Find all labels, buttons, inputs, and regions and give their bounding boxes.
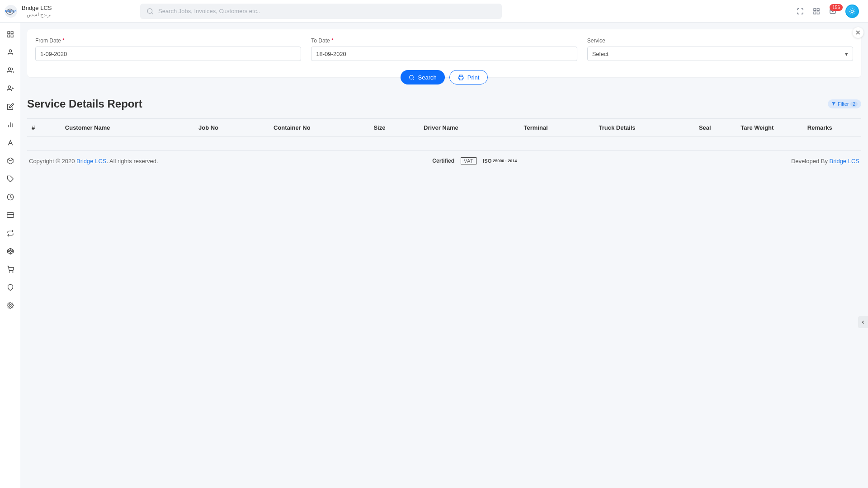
users-icon[interactable] xyxy=(7,67,14,74)
report-table: #Customer NameJob NoContainer NoSizeDriv… xyxy=(27,118,861,137)
main-content: ✕ From Date * To Date * Service Select ▾ xyxy=(20,23,868,178)
print-button[interactable]: Print xyxy=(449,70,488,84)
filter-pill[interactable]: Filter 2 xyxy=(828,99,861,108)
service-select[interactable]: Select ▾ xyxy=(587,47,853,61)
to-date-input[interactable] xyxy=(311,47,577,61)
svg-point-14 xyxy=(8,68,10,70)
svg-point-31 xyxy=(409,75,413,79)
table-header: Driver Name xyxy=(419,119,519,137)
from-date-field: From Date * xyxy=(35,38,301,61)
svg-rect-6 xyxy=(814,12,816,14)
search-input[interactable] xyxy=(158,8,495,14)
font-icon[interactable] xyxy=(7,139,14,146)
svg-rect-10 xyxy=(11,32,13,34)
svg-rect-33 xyxy=(459,78,462,80)
chevron-down-icon: ▾ xyxy=(845,51,848,57)
svg-marker-34 xyxy=(832,102,835,106)
table-header: Truck Details xyxy=(594,119,694,137)
close-icon[interactable]: ✕ xyxy=(853,27,863,38)
global-search[interactable] xyxy=(140,4,502,19)
footer-link[interactable]: Bridge LCS xyxy=(76,158,106,164)
table-header: Remarks xyxy=(803,119,861,137)
visibility-icon[interactable] xyxy=(6,8,14,16)
svg-rect-3 xyxy=(814,9,816,11)
notifications-icon[interactable]: 156 xyxy=(829,8,836,15)
notification-badge: 156 xyxy=(830,4,843,11)
svg-line-32 xyxy=(413,79,414,80)
certified-badge: Certified xyxy=(432,158,454,164)
top-header: Bridge Bridge LCS بريدج لسس 156 xyxy=(0,0,868,23)
fullscreen-icon[interactable] xyxy=(797,8,804,15)
svg-rect-11 xyxy=(11,35,13,37)
vat-badge: VAT xyxy=(461,157,476,164)
dashboard-icon[interactable] xyxy=(7,31,14,38)
analytics-icon[interactable] xyxy=(7,121,14,128)
sidebar xyxy=(0,23,20,178)
svg-rect-4 xyxy=(817,9,819,11)
svg-point-8 xyxy=(851,10,853,12)
tag-icon[interactable] xyxy=(7,175,14,178)
report-header: Service Details Report Filter 2 xyxy=(27,98,861,110)
dev-link[interactable]: Bridge LCS xyxy=(830,158,859,164)
to-date-label: To Date * xyxy=(311,38,577,44)
brand-subtitle: بريدج لسس xyxy=(22,12,52,18)
filter-panel: ✕ From Date * To Date * Service Select ▾ xyxy=(27,29,861,77)
brand-title: Bridge LCS xyxy=(22,5,52,12)
svg-point-1 xyxy=(147,9,152,14)
service-label: Service xyxy=(587,38,853,44)
iso-badge: ISO25000 : 2014 xyxy=(483,158,517,164)
apps-icon[interactable] xyxy=(813,8,820,15)
search-icon xyxy=(146,8,154,15)
from-date-input[interactable] xyxy=(35,47,301,61)
table-header: # xyxy=(27,119,61,137)
filter-count: 2 xyxy=(850,102,858,107)
search-button[interactable]: Search xyxy=(401,70,445,84)
table-header: Tare Weight xyxy=(736,119,803,137)
svg-point-13 xyxy=(9,50,11,52)
header-actions: 156 xyxy=(797,5,859,18)
svg-rect-12 xyxy=(8,35,10,37)
avatar[interactable] xyxy=(845,5,859,18)
svg-line-2 xyxy=(151,13,153,14)
cert-badges: Certified VAT ISO25000 : 2014 xyxy=(432,157,517,164)
page-title: Service Details Report xyxy=(27,98,142,110)
table-header: Customer Name xyxy=(61,119,194,137)
table-header: Terminal xyxy=(519,119,594,137)
svg-rect-9 xyxy=(8,32,10,34)
copyright: Copyright © 2020 Bridge LCS. All rights … xyxy=(29,158,158,164)
svg-rect-5 xyxy=(817,12,819,14)
to-date-field: To Date * xyxy=(311,38,577,61)
service-field: Service Select ▾ xyxy=(587,38,853,61)
table-header: Size xyxy=(369,119,419,137)
table-header: Job No xyxy=(194,119,269,137)
footer: Copyright © 2020 Bridge LCS. All rights … xyxy=(27,150,861,171)
svg-point-15 xyxy=(8,86,10,88)
developed-by: Developed By Bridge LCS xyxy=(791,158,859,164)
user-plus-icon[interactable] xyxy=(7,85,14,92)
logo-section: Bridge Bridge LCS بريدج لسس xyxy=(5,5,140,18)
brand-block: Bridge LCS بريدج لسس xyxy=(22,5,52,18)
table-header: Seal xyxy=(694,119,736,137)
edit-icon[interactable] xyxy=(7,103,14,110)
service-value: Select xyxy=(592,51,609,57)
svg-point-0 xyxy=(9,11,11,13)
user-icon[interactable] xyxy=(7,49,14,56)
from-date-label: From Date * xyxy=(35,38,301,44)
table-header: Container No xyxy=(269,119,369,137)
package-icon[interactable] xyxy=(7,157,14,164)
